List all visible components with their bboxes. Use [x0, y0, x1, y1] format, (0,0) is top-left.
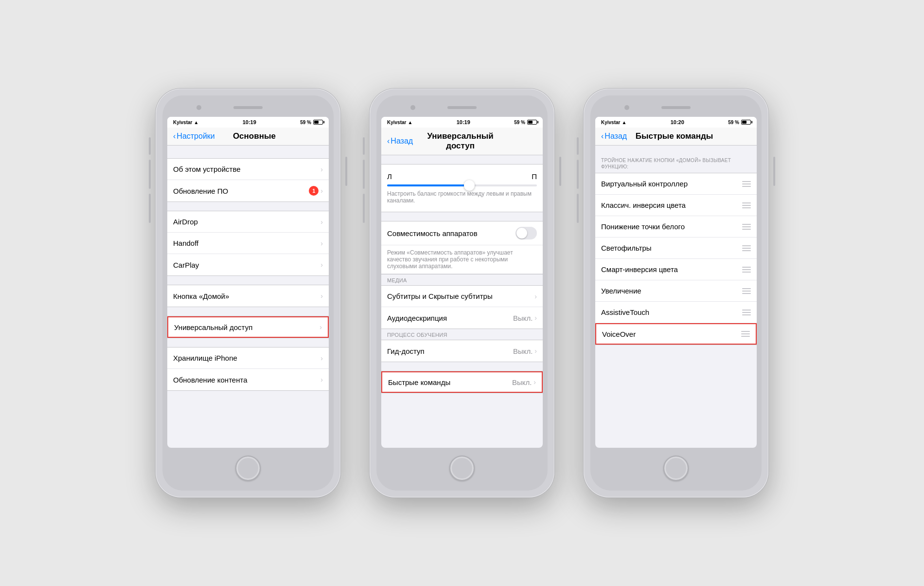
back-button-2[interactable]: ‹ Назад [387, 137, 413, 146]
battery-icon-3 [741, 120, 751, 125]
list-item[interactable]: AirDrop › [167, 211, 329, 233]
toggle-switch[interactable] [515, 227, 537, 239]
list-item[interactable]: AssistiveTouch [595, 302, 757, 323]
status-left-3: Kyivstar ▲ [601, 120, 626, 125]
drag-line [742, 310, 751, 311]
back-button-1[interactable]: ‹ Настройки [173, 132, 215, 141]
mute-button-2 [363, 137, 365, 155]
iphone-1-top [167, 100, 329, 115]
status-left-1: Kyivstar ▲ [173, 120, 198, 125]
list-item[interactable]: Об этом устройстве › [167, 159, 329, 180]
list-item[interactable]: Обновление контента › [167, 369, 329, 390]
status-right-1: 59 % [300, 120, 323, 125]
list-item[interactable]: Обновление ПО 1 › [167, 180, 329, 201]
list-item[interactable]: Handoff › [167, 233, 329, 254]
item-right: › [534, 293, 537, 300]
group-2-2: Субтитры и Скрытые субтитры › Аудиодескр… [381, 285, 543, 329]
list-item[interactable]: Гид-доступ Выкл. › [381, 340, 543, 362]
item-label: Понижение точки белого [601, 222, 685, 231]
home-button-1[interactable] [235, 456, 261, 481]
list-item[interactable]: Увеличение [595, 280, 757, 302]
iphone-1-screen: Kyivstar ▲ 10:19 59 % ‹ Настройки Основн… [167, 117, 329, 448]
battery-icon-2 [527, 120, 537, 125]
iphone-3-inner: Kyivstar ▲ 10:20 59 % ‹ Назад Быстрые ко… [590, 95, 762, 491]
home-button-3[interactable] [663, 456, 689, 481]
drag-line [742, 226, 751, 227]
list-item[interactable]: Смарт-инверсия цвета [595, 259, 757, 280]
list-item[interactable]: Хранилище iPhone › [167, 348, 329, 369]
right-side-buttons-3 [773, 157, 775, 186]
drag-line [742, 207, 751, 208]
list-item[interactable]: Светофильтры [595, 238, 757, 259]
home-area-1 [167, 448, 329, 486]
nav-bar-3: ‹ Назад Быстрые команды [595, 128, 757, 146]
list-item[interactable]: Универсальный доступ › [167, 316, 329, 338]
drag-handle [742, 181, 751, 187]
chevron-icon: › [534, 293, 537, 300]
list-item[interactable]: VoiceOver [595, 323, 757, 345]
battery-fill-2 [528, 121, 533, 124]
item-label: Быстрые команды [388, 378, 450, 386]
item-label: Обновление контента [173, 376, 248, 384]
drag-line [742, 272, 751, 273]
item-label: Обновление ПО [173, 187, 228, 195]
time-2: 10:19 [457, 119, 470, 125]
iphone-2-inner: Kyivstar ▲ 10:19 59 % ‹ Назад Универсаль… [376, 95, 548, 491]
group-2-4: Быстрые команды Выкл. › [381, 371, 543, 393]
item-label: AssistiveTouch [601, 308, 649, 316]
list-item[interactable]: Понижение точки белого [595, 216, 757, 238]
home-area-3 [595, 448, 757, 486]
nav-title-1: Основные [215, 131, 294, 141]
wifi-icon-2: ▲ [408, 120, 412, 125]
volume-down-button-3 [577, 194, 579, 223]
list-item[interactable]: Субтитры и Скрытые субтитры › [381, 286, 543, 307]
chevron-icon: › [533, 378, 536, 386]
list-item[interactable]: Аудиодескрипция Выкл. › [381, 307, 543, 329]
home-button-2[interactable] [449, 456, 475, 481]
speaker-2 [447, 106, 477, 109]
list-item[interactable]: Быстрые команды Выкл. › [381, 371, 543, 393]
item-right: Выкл. › [513, 314, 537, 322]
list-item[interactable]: Виртуальный контроллер [595, 173, 757, 195]
list-item[interactable]: CarPlay › [167, 254, 329, 275]
volume-up-button-3 [577, 160, 579, 189]
list-item[interactable]: Классич. инверсия цвета [595, 195, 757, 216]
item-label: Субтитры и Скрытые субтитры [387, 292, 493, 300]
back-label-1: Настройки [177, 132, 214, 141]
front-camera-3 [624, 105, 629, 110]
list-item[interactable]: Совместимость аппаратов [381, 221, 543, 245]
settings-section-1: Об этом устройстве › Обновление ПО 1 › [167, 149, 329, 391]
chevron-icon: › [320, 376, 323, 384]
drag-line [742, 269, 751, 270]
item-right: › [320, 292, 323, 300]
slider-thumb [464, 180, 475, 191]
gap-3-1 [595, 146, 757, 154]
back-chevron-1: ‹ [173, 132, 176, 141]
status-right-3: 59 % [728, 120, 751, 125]
item-label: Классич. инверсия цвета [601, 201, 686, 209]
item-label: Об этом устройстве [173, 165, 241, 173]
right-side-buttons-2 [559, 157, 561, 186]
chevron-icon: › [320, 239, 323, 247]
battery-fill-1 [314, 121, 319, 124]
list-item[interactable]: Кнопка «Домой» › [167, 285, 329, 307]
drag-line [742, 248, 751, 249]
item-right: › [320, 218, 323, 226]
item-right: › [320, 165, 323, 173]
item-right: 1 › [309, 186, 323, 196]
item-label: Виртуальный контроллер [601, 180, 688, 188]
iphone-2-top [381, 100, 543, 115]
slider-left-label: Л [387, 172, 392, 181]
slider-track[interactable] [387, 184, 537, 186]
item-label: Гид-доступ [387, 347, 425, 355]
chevron-icon: › [534, 347, 537, 355]
drag-line [742, 229, 751, 230]
item-right: › [320, 239, 323, 247]
back-button-3[interactable]: ‹ Назад [601, 132, 627, 141]
gap-5 [167, 338, 329, 347]
battery-icon-1 [313, 120, 323, 125]
group-1-4: Универсальный доступ › [167, 316, 329, 338]
status-bar-3: Kyivstar ▲ 10:20 59 % [595, 117, 757, 128]
drag-line [742, 205, 751, 206]
slider-fill [387, 184, 469, 186]
